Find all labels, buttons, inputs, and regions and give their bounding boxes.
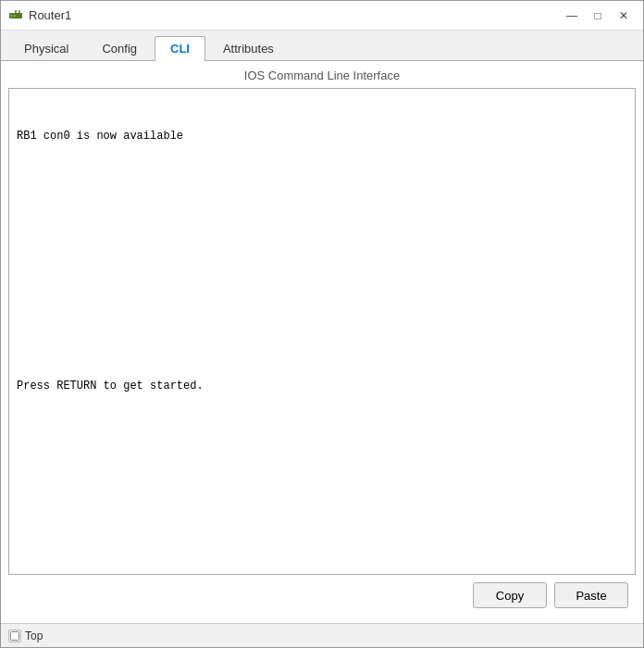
svg-rect-5 [11, 631, 19, 640]
tab-bar: Physical Config CLI Attributes [1, 31, 643, 61]
terminal-line-blank-7 [17, 528, 627, 544]
paste-button[interactable]: Paste [554, 582, 628, 608]
content-area: IOS Command Line Interface RB1 con0 is n… [1, 61, 643, 623]
terminal-line-blank-6 [17, 478, 627, 494]
tab-attributes[interactable]: Attributes [207, 36, 290, 60]
minimize-button[interactable]: — [560, 6, 584, 26]
terminal-line-blank-2 [17, 228, 627, 244]
tab-cli[interactable]: CLI [155, 36, 205, 61]
title-bar-left: Router1 [8, 8, 71, 23]
terminal-line-blank-4 [17, 328, 627, 344]
terminal-line-blank-1 [17, 178, 627, 194]
window-controls: — □ ✕ [560, 6, 636, 26]
svg-point-1 [11, 15, 13, 17]
terminal-line-blank-5 [17, 428, 627, 444]
copy-button[interactable]: Copy [473, 582, 547, 608]
tab-physical[interactable]: Physical [8, 36, 84, 60]
window-title: Router1 [29, 8, 71, 22]
router-icon [8, 8, 23, 23]
terminal-line-1: RB1 con0 is now available [17, 128, 627, 144]
status-label: Top [25, 629, 43, 642]
tab-config[interactable]: Config [86, 36, 153, 60]
button-bar: Copy Paste [8, 575, 636, 616]
cli-section-label: IOS Command Line Interface [8, 69, 636, 82]
terminal-line-blank-3 [17, 278, 627, 294]
status-bar: Top [1, 623, 643, 647]
close-button[interactable]: ✕ [612, 6, 636, 26]
terminal-output[interactable]: RB1 con0 is now available Press RETURN t… [8, 88, 636, 575]
title-bar: Router1 — □ ✕ [1, 1, 643, 31]
maximize-button[interactable]: □ [586, 6, 610, 26]
svg-point-2 [14, 15, 16, 17]
checkbox-icon [8, 629, 21, 642]
terminal-line-press-return: Press RETURN to get started. [17, 378, 627, 394]
router-window: Router1 — □ ✕ Physical Config CLI Attrib… [0, 0, 644, 648]
